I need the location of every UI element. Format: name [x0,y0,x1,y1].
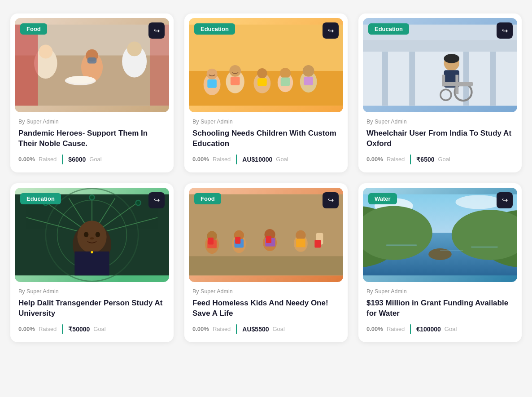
svg-rect-78 [235,237,240,243]
stat-divider [236,154,237,164]
stat-goal-amount: ₹6500 [416,156,434,163]
svg-rect-87 [314,240,321,247]
stat-percent: 0.00% [192,156,209,163]
svg-point-24 [303,65,314,77]
card-card-1: Food ↪ By Super Admin Pandemic Heroes- S… [10,13,174,172]
card-body: By Super Admin Help Dalit Transgender Pe… [10,282,174,342]
svg-rect-66 [74,251,109,275]
card-title: Schooling Needs Children With Custom Edu… [192,128,340,149]
stat-raised-label: Raised [39,326,57,332]
stat-goal-label: Goal [273,326,285,332]
card-title: Feed Homeless Kids And Needy One! Save A… [192,298,340,319]
card-author: By Super Admin [192,119,340,125]
stat-goal-amount: AU$5500 [242,326,269,333]
svg-rect-33 [382,52,388,106]
stat-goal-amount: €100000 [416,326,441,333]
card-card-4: Education ↪ By Super Admin Help Dalit Tr… [10,183,174,342]
card-image-wrap: Water ↪ [363,188,517,282]
stat-goal-label: Goal [438,156,450,163]
svg-point-67 [91,251,93,253]
card-card-6: Water ↪ By Super Admin $193 Million in G… [358,183,522,342]
stat-divider [62,154,63,164]
svg-rect-74 [208,238,214,244]
svg-point-62 [77,221,106,253]
svg-point-65 [90,237,94,239]
card-body: By Super Admin Pandemic Heroes- Support … [10,112,174,172]
svg-rect-10 [87,57,97,64]
svg-point-63 [84,232,88,237]
card-badge: Water [368,193,397,204]
card-image-wrap: Education ↪ [363,18,517,112]
stat-goal-label: Goal [276,156,288,163]
stat-percent: 0.00% [366,326,383,332]
card-badge: Education [368,23,409,35]
card-badge: Education [20,193,61,204]
stat-goal-amount: ₹50000 [68,326,90,333]
card-image-wrap: Education ↪ [189,18,343,112]
share-button[interactable]: ↪ [323,192,339,208]
svg-point-18 [229,65,241,77]
svg-rect-28 [281,78,290,86]
svg-rect-36 [490,52,496,106]
svg-rect-32 [363,40,517,52]
card-author: By Super Admin [366,119,514,125]
svg-rect-11 [15,25,38,106]
stat-raised-label: Raised [213,156,231,163]
svg-point-44 [444,54,459,63]
card-body: By Super Admin Feed Homeless Kids And Ne… [184,282,348,342]
card-image-wrap: Food ↪ [15,18,169,112]
share-button[interactable]: ↪ [148,22,165,39]
svg-rect-98 [440,250,463,251]
card-card-2: Education ↪ By Super Admin Schooling Nee… [184,13,348,172]
stat-divider [236,324,237,334]
card-badge: Food [20,23,47,35]
svg-point-3 [39,44,52,58]
stat-goal-label: Goal [93,326,105,332]
stat-percent: 0.00% [18,326,35,332]
svg-rect-29 [304,77,313,85]
svg-rect-43 [442,75,445,87]
card-author: By Super Admin [18,288,166,295]
stat-percent: 0.00% [18,156,35,163]
stat-divider [410,154,411,164]
card-author: By Super Admin [192,288,340,295]
svg-rect-35 [463,52,469,106]
svg-rect-42 [455,75,458,94]
stat-divider [410,324,411,334]
cards-grid: Food ↪ By Super Admin Pandemic Heroes- S… [10,13,522,342]
share-button[interactable]: ↪ [497,192,513,208]
svg-rect-82 [266,236,271,243]
svg-rect-27 [257,78,267,86]
card-stats: 0.00% Raised AU$10000 Goal [192,154,340,164]
card-image-wrap: Food ↪ [189,188,343,282]
svg-rect-99 [471,247,498,248]
card-stats: 0.00% Raised ₹6500 Goal [366,154,514,164]
stat-raised-label: Raised [39,156,57,163]
svg-point-16 [207,69,218,79]
card-card-3: Education ↪ By Super Admin Wheelchair Us… [358,13,522,172]
stat-goal-label: Goal [89,156,101,163]
card-badge: Food [194,193,221,204]
svg-rect-34 [409,52,415,106]
stat-goal-amount: AU$10000 [242,156,272,163]
card-title: $193 Million in Grant Funding Available … [366,298,514,319]
card-author: By Super Admin [18,119,166,125]
card-title: Help Dalit Transgender Person Study At U… [18,298,166,319]
card-body: By Super Admin Wheelchair User From Indi… [358,112,522,172]
share-button[interactable]: ↪ [323,22,339,39]
card-stats: 0.00% Raised $6000 Goal [18,154,166,164]
card-body: By Super Admin $193 Million in Grant Fun… [358,282,522,342]
card-title: Wheelchair User From India To Study At O… [366,128,514,149]
card-body: By Super Admin Schooling Needs Children … [184,112,348,172]
svg-point-60 [136,201,140,205]
share-button[interactable]: ↪ [497,22,513,39]
share-button[interactable]: ↪ [148,192,165,208]
svg-point-96 [428,248,452,260]
svg-point-64 [96,232,100,237]
stat-divider [62,324,63,334]
card-badge: Education [194,23,235,35]
stat-goal-amount: $6000 [68,156,86,163]
svg-point-90 [455,195,501,209]
stat-goal-label: Goal [445,326,457,332]
svg-point-7 [127,42,142,57]
